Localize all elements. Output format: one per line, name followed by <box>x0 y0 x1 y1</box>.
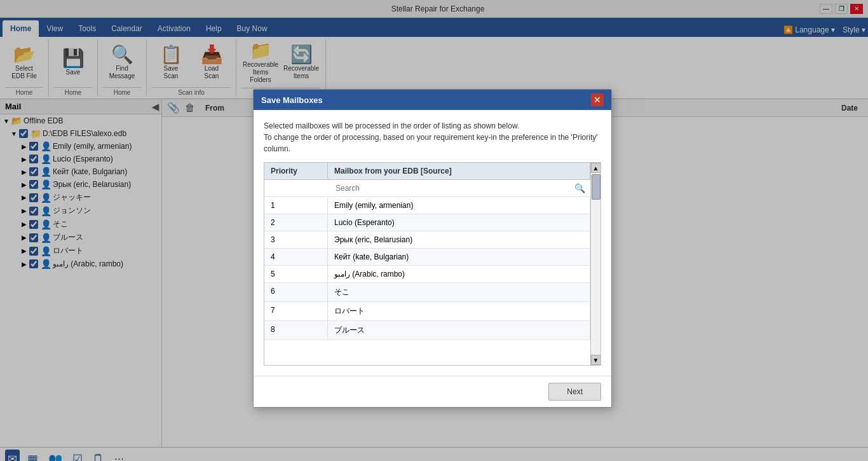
table-row[interactable]: 3 Эрык (eric, Belarusian) <box>264 231 590 249</box>
modal-desc-line1: Selected mailboxes will be processed in … <box>264 121 519 130</box>
search-row: 🔍 <box>264 180 590 197</box>
table-row[interactable]: 4 Кейт (kate, Bulgarian) <box>264 249 590 266</box>
modal-footer: Next <box>254 376 611 407</box>
row-4-mailbox: Кейт (kate, Bulgarian) <box>328 249 590 265</box>
save-mailboxes-dialog: Save Mailboxes ✕ Selected mailboxes will… <box>253 89 612 408</box>
scrollbar-down-button[interactable]: ▼ <box>591 355 601 365</box>
next-button[interactable]: Next <box>548 383 601 401</box>
table-row[interactable]: 2 Lucio (Esperanto) <box>264 214 590 231</box>
table-row[interactable]: 8 ブルース <box>264 321 590 340</box>
row-5-mailbox: رامبو (Arabic, rambo) <box>328 266 590 282</box>
row-3-mailbox: Эрык (eric, Belarusian) <box>328 231 590 248</box>
row-3-priority: 3 <box>264 231 328 248</box>
table-row[interactable]: 5 رامبو (Arabic, rambo) <box>264 266 590 283</box>
row-1-priority: 1 <box>264 197 328 214</box>
mailbox-column-header: Mailbox from your EDB [Source] <box>328 163 590 179</box>
row-1-mailbox: Emily (emily, armenian) <box>328 197 590 214</box>
row-2-mailbox: Lucio (Esperanto) <box>328 214 590 231</box>
modal-table-container: Priority Mailbox from your EDB [Source] … <box>264 162 601 366</box>
table-row[interactable]: 1 Emily (emily, armenian) <box>264 197 590 214</box>
row-7-mailbox: ロバート <box>328 302 590 320</box>
search-icon: 🔍 <box>574 183 585 193</box>
scrollbar-up-button[interactable]: ▲ <box>591 163 601 173</box>
modal-title: Save Mailboxes <box>261 95 323 105</box>
row-6-priority: 6 <box>264 283 328 301</box>
row-8-mailbox: ブルース <box>328 321 590 340</box>
modal-close-button[interactable]: ✕ <box>591 93 604 106</box>
search-input[interactable] <box>333 182 574 194</box>
modal-vertical-scrollbar[interactable]: ▲ ▼ <box>590 163 600 365</box>
modal-desc-line2: To change the order of processing, based… <box>264 133 598 153</box>
table-row[interactable]: 6 そこ <box>264 283 590 302</box>
row-6-mailbox: そこ <box>328 283 590 301</box>
priority-column-header: Priority <box>264 163 328 179</box>
row-2-priority: 2 <box>264 214 328 231</box>
row-7-priority: 7 <box>264 302 328 320</box>
modal-body: Selected mailboxes will be processed in … <box>254 110 611 376</box>
row-5-priority: 5 <box>264 266 328 282</box>
table-row[interactable]: 7 ロバート <box>264 302 590 321</box>
row-8-priority: 8 <box>264 321 328 340</box>
modal-table-inner: Priority Mailbox from your EDB [Source] … <box>264 163 590 365</box>
modal-header: Save Mailboxes ✕ <box>254 90 611 110</box>
modal-table-header: Priority Mailbox from your EDB [Source] <box>264 163 590 180</box>
scrollbar-thumb[interactable] <box>592 174 600 200</box>
row-4-priority: 4 <box>264 249 328 265</box>
modal-description: Selected mailboxes will be processed in … <box>264 120 601 155</box>
